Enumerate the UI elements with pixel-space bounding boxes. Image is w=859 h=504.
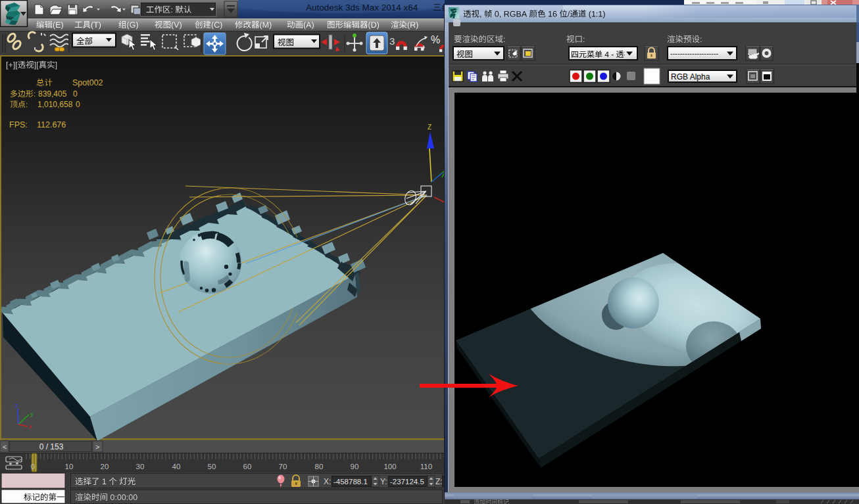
svg-text:70: 70: [279, 463, 287, 470]
svg-text:>: >: [95, 443, 99, 451]
svg-text:839,405: 839,405: [38, 89, 67, 99]
svg-text:-458788.1: -458788.1: [333, 478, 368, 486]
svg-text:0: 0: [73, 89, 78, 99]
svg-text:110: 110: [420, 463, 432, 470]
svg-text:10: 10: [65, 463, 74, 470]
svg-text:50: 50: [208, 463, 216, 470]
svg-text:X:: X:: [324, 477, 331, 486]
svg-text:--------------------: --------------------: [670, 49, 719, 57]
svg-text:30: 30: [136, 463, 145, 470]
svg-text:Y:: Y:: [380, 477, 387, 486]
svg-text:%: %: [431, 34, 440, 45]
svg-text:<: <: [3, 443, 7, 451]
svg-text:60: 60: [243, 463, 252, 470]
svg-text:-237124.5: -237124.5: [390, 478, 424, 486]
svg-text:z: z: [15, 402, 18, 409]
svg-text:Autodesk 3ds Max 2014 x64: Autodesk 3ds Max 2014 x64: [306, 3, 418, 12]
svg-text:FPS:: FPS:: [9, 120, 28, 129]
svg-text:RGB Alpha: RGB Alpha: [671, 72, 710, 81]
svg-text:112.676: 112.676: [37, 120, 66, 129]
svg-text:80: 80: [315, 463, 324, 470]
svg-text:y: y: [30, 411, 34, 417]
svg-text:90: 90: [351, 463, 359, 470]
svg-text:1,010,658: 1,010,658: [37, 100, 73, 109]
svg-text:3: 3: [389, 35, 395, 47]
svg-text:100: 100: [383, 463, 396, 470]
svg-text:Spot002: Spot002: [72, 78, 103, 87]
svg-text:0: 0: [76, 100, 80, 109]
svg-text:0: 0: [31, 463, 35, 470]
svg-text:Z:: Z:: [435, 477, 443, 486]
svg-text:0 / 153: 0 / 153: [39, 442, 64, 451]
svg-text:Z: Z: [428, 124, 431, 131]
svg-text:x: x: [29, 423, 32, 430]
svg-text:40: 40: [172, 463, 181, 470]
svg-text:20: 20: [101, 463, 109, 470]
